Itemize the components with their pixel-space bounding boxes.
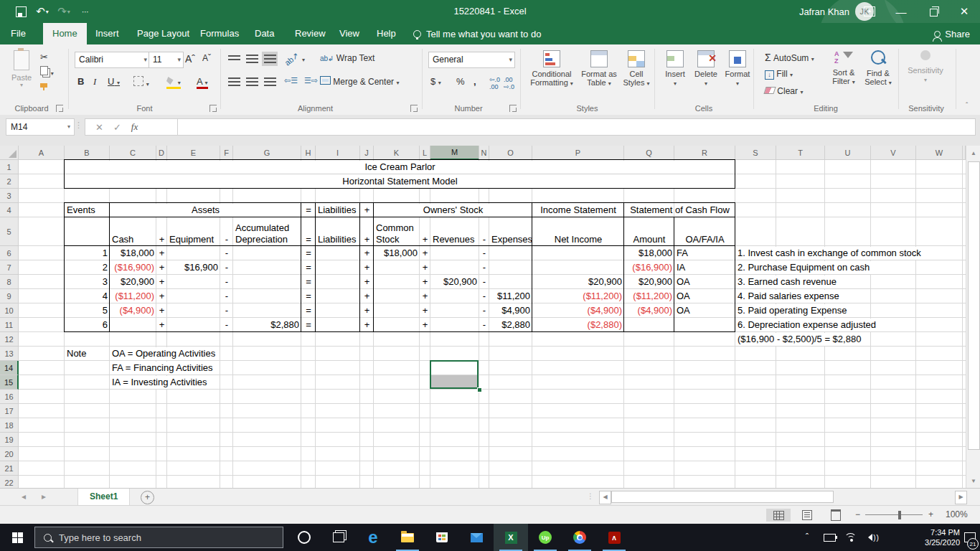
bottom-align-button[interactable]: [262, 52, 278, 66]
cell-M5[interactable]: Revenues: [430, 218, 479, 245]
cortana-button[interactable]: [287, 524, 321, 551]
column-header-O[interactable]: O: [489, 146, 532, 160]
cell-P5[interactable]: Net Income: [532, 218, 624, 245]
taskbar-search-input[interactable]: Type here to search: [34, 527, 283, 548]
cell-N11[interactable]: -: [479, 319, 489, 331]
upwork-button[interactable]: Up: [528, 524, 562, 551]
cell-B6[interactable]: 1: [65, 247, 110, 260]
cell-O11[interactable]: $2,880: [489, 319, 532, 331]
font-dialog-launcher[interactable]: [209, 105, 217, 112]
cell-H9[interactable]: =: [301, 290, 316, 303]
cell-M8[interactable]: $20,900: [430, 276, 479, 288]
tab-file[interactable]: File: [1, 23, 35, 44]
page-layout-view-button[interactable]: [795, 509, 819, 522]
italic-button[interactable]: I: [93, 76, 96, 88]
row-header-1[interactable]: 1: [0, 160, 19, 174]
cell-D10[interactable]: +: [156, 304, 167, 317]
cell-L8[interactable]: +: [420, 276, 430, 288]
action-center-button[interactable]: 21: [960, 524, 980, 551]
grow-font-button[interactable]: Aˆ: [185, 53, 195, 65]
fill-button[interactable]: ↓ Fill ▾: [765, 69, 793, 80]
mail-button[interactable]: [459, 524, 494, 551]
row-header-9[interactable]: 9: [0, 289, 19, 303]
borders-button[interactable]: ▾: [133, 76, 149, 88]
cell-K6[interactable]: $18,000: [374, 247, 420, 260]
tab-page-layout[interactable]: Page Layout: [128, 23, 199, 44]
cell-R5[interactable]: OA/FA/IA: [674, 218, 735, 245]
cell-N8[interactable]: -: [479, 276, 489, 288]
insert-cells-button[interactable]: Insert▾: [660, 50, 690, 87]
selection-fill-handle[interactable]: [477, 387, 482, 392]
column-header-G[interactable]: G: [233, 146, 301, 160]
cell-S11[interactable]: 6. Depreciation expense adjusted: [735, 319, 878, 331]
cell-Q10[interactable]: ($4,900): [624, 304, 674, 317]
row-header-2[interactable]: 2: [0, 174, 19, 189]
orientation-button[interactable]: ab↗ ▾: [284, 53, 305, 64]
sensitivity-button[interactable]: Sensitivity▾: [903, 50, 948, 83]
row-header-4[interactable]: 4: [0, 203, 19, 217]
cell-L5[interactable]: +: [420, 218, 430, 245]
acrobat-button[interactable]: ʌ: [597, 524, 631, 551]
vertical-scrollbar[interactable]: ▲ ▼: [966, 146, 980, 488]
align-left-button[interactable]: [226, 75, 242, 89]
cell-O9[interactable]: $11,200: [489, 290, 532, 303]
normal-view-button[interactable]: [766, 509, 791, 522]
row-header-16[interactable]: 16: [0, 390, 19, 404]
merge-center-button[interactable]: Merge & Center ▾: [320, 76, 399, 87]
cell-D11[interactable]: +: [156, 319, 167, 331]
number-format-combo[interactable]: General▾: [428, 52, 515, 68]
bold-button[interactable]: B: [77, 76, 84, 87]
cell-N6[interactable]: -: [479, 247, 489, 260]
cell-R10[interactable]: OA: [674, 304, 735, 317]
cell-B4[interactable]: Events: [65, 204, 110, 217]
close-button[interactable]: ✕: [948, 0, 980, 23]
cell-J8[interactable]: +: [360, 276, 374, 288]
row-header-20[interactable]: 20: [0, 447, 19, 461]
find-select-button[interactable]: Find &Select ▾: [861, 50, 895, 86]
center-button[interactable]: [244, 75, 260, 89]
cell-H7[interactable]: =: [301, 261, 316, 274]
cell-D7[interactable]: +: [156, 261, 167, 274]
formula-input[interactable]: [177, 118, 976, 136]
cell-E5[interactable]: Equipment: [167, 218, 220, 245]
cell-L6[interactable]: +: [420, 247, 430, 260]
column-header-E[interactable]: E: [167, 146, 220, 160]
cell-F7[interactable]: -: [220, 261, 233, 274]
confirm-entry-button[interactable]: ✓: [113, 122, 121, 133]
cell-B1[interactable]: Ice Cream Parlor: [65, 161, 735, 174]
row-header-10[interactable]: 10: [0, 303, 19, 318]
column-header-C[interactable]: C: [110, 146, 156, 160]
cell-C6[interactable]: $18,000: [110, 247, 156, 260]
next-sheet-button[interactable]: ▸: [42, 491, 46, 501]
cell-P11[interactable]: ($2,880): [532, 319, 624, 331]
cell-I4[interactable]: Liabilities: [316, 204, 360, 217]
tab-insert[interactable]: Insert: [86, 23, 128, 44]
cell-R8[interactable]: OA: [674, 276, 735, 288]
select-all-corner[interactable]: [0, 146, 19, 160]
decrease-decimal-button[interactable]: .00⇨.0: [504, 76, 514, 90]
namebox-divider[interactable]: ⋮: [75, 121, 83, 130]
column-header-D[interactable]: D: [156, 146, 167, 160]
cell-C8[interactable]: $20,900: [110, 276, 156, 288]
cell-Q5[interactable]: Amount: [624, 218, 674, 245]
autosum-button[interactable]: Σ AutoSum ▾: [765, 52, 814, 63]
zoom-in-button[interactable]: +: [928, 509, 933, 519]
wrap-text-button[interactable]: ab↲ Wrap Text: [320, 53, 374, 63]
cell-S8[interactable]: 3. Earned cash revenue: [735, 276, 839, 288]
cut-button[interactable]: ✂: [40, 52, 48, 62]
cell-O5[interactable]: Expenses: [489, 218, 532, 245]
shrink-font-button[interactable]: Aˇ: [202, 53, 211, 63]
format-as-table-button[interactable]: Format asTable ▾: [578, 50, 620, 87]
cell-Q8[interactable]: $20,900: [624, 276, 674, 288]
page-break-view-button[interactable]: [824, 509, 848, 522]
row-header-22[interactable]: 22: [0, 476, 19, 488]
column-header-V[interactable]: V: [871, 146, 916, 160]
ribbon-display-options-button[interactable]: ▴: [854, 0, 885, 23]
cancel-entry-button[interactable]: ✕: [95, 122, 103, 133]
cell-C10[interactable]: ($4,900): [110, 304, 156, 317]
cell-K5[interactable]: Common Stock: [374, 218, 420, 245]
delete-cells-button[interactable]: ✕ Delete▾: [690, 50, 722, 87]
cell-C15[interactable]: IA = Investing Activities: [110, 376, 209, 389]
scroll-down-button[interactable]: ▼: [968, 475, 979, 486]
cell-L9[interactable]: +: [420, 290, 430, 303]
